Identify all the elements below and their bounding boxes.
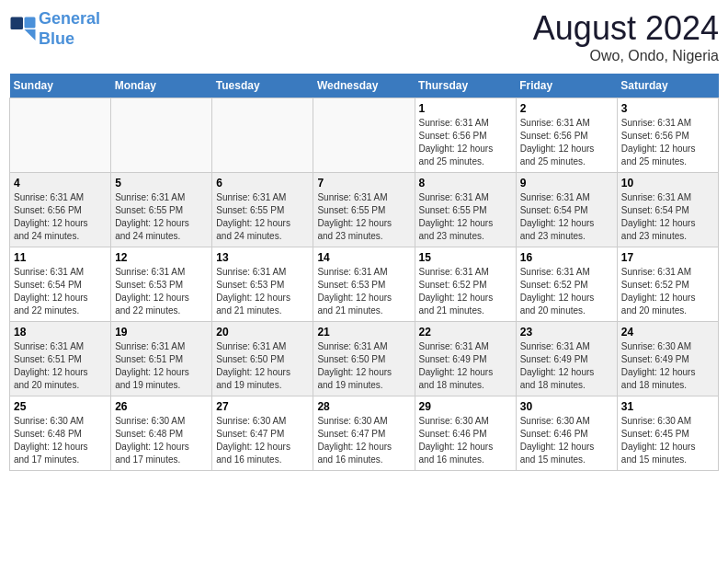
calendar-cell: 31Sunrise: 6:30 AMSunset: 6:45 PMDayligh… xyxy=(617,396,718,471)
day-number: 20 xyxy=(216,326,309,339)
day-number: 8 xyxy=(419,177,512,190)
day-number: 13 xyxy=(216,251,309,264)
title-block: August 2024 Owo, Ondo, Nigeria xyxy=(533,9,719,64)
calendar-cell: 1Sunrise: 6:31 AMSunset: 6:56 PMDaylight… xyxy=(415,98,516,173)
calendar-cell xyxy=(212,98,313,173)
calendar-week-row: 11Sunrise: 6:31 AMSunset: 6:54 PMDayligh… xyxy=(10,247,719,322)
weekday-header: Tuesday xyxy=(212,74,313,98)
calendar-cell: 23Sunrise: 6:31 AMSunset: 6:49 PMDayligh… xyxy=(516,322,617,396)
weekday-header: Sunday xyxy=(10,74,111,98)
day-number: 9 xyxy=(520,177,613,190)
day-number: 14 xyxy=(317,251,410,264)
day-number: 16 xyxy=(520,251,613,264)
day-info: Sunrise: 6:30 AMSunset: 6:46 PMDaylight:… xyxy=(520,415,613,466)
day-number: 27 xyxy=(216,400,309,413)
day-number: 7 xyxy=(317,177,410,190)
day-number: 3 xyxy=(621,102,714,115)
day-number: 29 xyxy=(419,400,512,413)
svg-rect-0 xyxy=(11,17,24,29)
logo-text: General Blue xyxy=(39,9,100,49)
calendar-cell: 19Sunrise: 6:31 AMSunset: 6:51 PMDayligh… xyxy=(111,322,212,396)
calendar-cell: 2Sunrise: 6:31 AMSunset: 6:56 PMDaylight… xyxy=(516,98,617,173)
calendar-cell: 18Sunrise: 6:31 AMSunset: 6:51 PMDayligh… xyxy=(10,322,111,396)
day-info: Sunrise: 6:31 AMSunset: 6:53 PMDaylight:… xyxy=(216,266,309,317)
day-info: Sunrise: 6:31 AMSunset: 6:49 PMDaylight:… xyxy=(520,340,613,392)
calendar-cell: 14Sunrise: 6:31 AMSunset: 6:53 PMDayligh… xyxy=(313,247,415,322)
weekday-header: Saturday xyxy=(617,74,718,98)
day-info: Sunrise: 6:30 AMSunset: 6:46 PMDaylight:… xyxy=(419,415,512,466)
calendar-cell: 20Sunrise: 6:31 AMSunset: 6:50 PMDayligh… xyxy=(212,322,313,396)
calendar-cell xyxy=(313,98,415,173)
calendar-week-row: 4Sunrise: 6:31 AMSunset: 6:56 PMDaylight… xyxy=(10,173,719,247)
day-number: 5 xyxy=(115,177,208,190)
day-info: Sunrise: 6:31 AMSunset: 6:55 PMDaylight:… xyxy=(419,191,512,243)
day-number: 19 xyxy=(115,326,208,339)
day-number: 28 xyxy=(317,400,410,413)
weekday-header: Wednesday xyxy=(313,74,415,98)
calendar-cell: 22Sunrise: 6:31 AMSunset: 6:49 PMDayligh… xyxy=(415,322,516,396)
calendar-cell: 28Sunrise: 6:30 AMSunset: 6:47 PMDayligh… xyxy=(313,396,415,471)
day-number: 22 xyxy=(419,326,512,339)
day-info: Sunrise: 6:31 AMSunset: 6:52 PMDaylight:… xyxy=(419,266,512,317)
day-info: Sunrise: 6:30 AMSunset: 6:49 PMDaylight:… xyxy=(621,340,714,392)
day-info: Sunrise: 6:31 AMSunset: 6:50 PMDaylight:… xyxy=(317,340,410,392)
day-number: 4 xyxy=(14,177,107,190)
calendar-cell: 25Sunrise: 6:30 AMSunset: 6:48 PMDayligh… xyxy=(10,396,111,471)
svg-marker-2 xyxy=(25,29,36,40)
day-info: Sunrise: 6:31 AMSunset: 6:54 PMDaylight:… xyxy=(621,191,714,243)
calendar-cell: 13Sunrise: 6:31 AMSunset: 6:53 PMDayligh… xyxy=(212,247,313,322)
day-number: 30 xyxy=(520,400,613,413)
day-number: 31 xyxy=(621,400,714,413)
day-number: 1 xyxy=(419,102,512,115)
day-info: Sunrise: 6:31 AMSunset: 6:55 PMDaylight:… xyxy=(317,191,410,243)
calendar-cell xyxy=(111,98,212,173)
calendar-cell: 17Sunrise: 6:31 AMSunset: 6:52 PMDayligh… xyxy=(617,247,718,322)
day-info: Sunrise: 6:31 AMSunset: 6:55 PMDaylight:… xyxy=(216,191,309,243)
day-number: 21 xyxy=(317,326,410,339)
calendar-cell: 12Sunrise: 6:31 AMSunset: 6:53 PMDayligh… xyxy=(111,247,212,322)
day-number: 18 xyxy=(14,326,107,339)
calendar-cell: 30Sunrise: 6:30 AMSunset: 6:46 PMDayligh… xyxy=(516,396,617,471)
day-number: 25 xyxy=(14,400,107,413)
calendar-cell: 4Sunrise: 6:31 AMSunset: 6:56 PMDaylight… xyxy=(10,173,111,247)
weekday-header: Monday xyxy=(111,74,212,98)
calendar-cell: 27Sunrise: 6:30 AMSunset: 6:47 PMDayligh… xyxy=(212,396,313,471)
calendar-cell: 21Sunrise: 6:31 AMSunset: 6:50 PMDayligh… xyxy=(313,322,415,396)
calendar-week-row: 1Sunrise: 6:31 AMSunset: 6:56 PMDaylight… xyxy=(10,98,719,173)
day-number: 11 xyxy=(14,251,107,264)
day-number: 6 xyxy=(216,177,309,190)
day-info: Sunrise: 6:31 AMSunset: 6:52 PMDaylight:… xyxy=(621,266,714,317)
day-info: Sunrise: 6:31 AMSunset: 6:56 PMDaylight:… xyxy=(520,117,613,168)
day-number: 12 xyxy=(115,251,208,264)
logo-icon xyxy=(9,16,37,43)
weekday-header: Friday xyxy=(516,74,617,98)
svg-rect-1 xyxy=(25,17,36,28)
day-info: Sunrise: 6:30 AMSunset: 6:47 PMDaylight:… xyxy=(317,415,410,466)
calendar-cell: 3Sunrise: 6:31 AMSunset: 6:56 PMDaylight… xyxy=(617,98,718,173)
logo-general: General xyxy=(39,9,100,28)
calendar-week-row: 25Sunrise: 6:30 AMSunset: 6:48 PMDayligh… xyxy=(10,396,719,471)
day-info: Sunrise: 6:31 AMSunset: 6:56 PMDaylight:… xyxy=(14,191,107,243)
calendar-cell: 5Sunrise: 6:31 AMSunset: 6:55 PMDaylight… xyxy=(111,173,212,247)
calendar-cell: 26Sunrise: 6:30 AMSunset: 6:48 PMDayligh… xyxy=(111,396,212,471)
day-info: Sunrise: 6:31 AMSunset: 6:51 PMDaylight:… xyxy=(14,340,107,392)
day-info: Sunrise: 6:30 AMSunset: 6:48 PMDaylight:… xyxy=(14,415,107,466)
day-number: 15 xyxy=(419,251,512,264)
calendar-cell: 7Sunrise: 6:31 AMSunset: 6:55 PMDaylight… xyxy=(313,173,415,247)
day-number: 10 xyxy=(621,177,714,190)
calendar-cell: 24Sunrise: 6:30 AMSunset: 6:49 PMDayligh… xyxy=(617,322,718,396)
day-info: Sunrise: 6:30 AMSunset: 6:45 PMDaylight:… xyxy=(621,415,714,466)
day-info: Sunrise: 6:31 AMSunset: 6:56 PMDaylight:… xyxy=(419,117,512,168)
calendar-table: SundayMondayTuesdayWednesdayThursdayFrid… xyxy=(9,74,719,471)
day-number: 24 xyxy=(621,326,714,339)
calendar-cell xyxy=(10,98,111,173)
calendar-cell: 15Sunrise: 6:31 AMSunset: 6:52 PMDayligh… xyxy=(415,247,516,322)
calendar-cell: 9Sunrise: 6:31 AMSunset: 6:54 PMDaylight… xyxy=(516,173,617,247)
day-number: 26 xyxy=(115,400,208,413)
logo: General Blue xyxy=(9,9,100,49)
calendar-cell: 29Sunrise: 6:30 AMSunset: 6:46 PMDayligh… xyxy=(415,396,516,471)
calendar-header-row: SundayMondayTuesdayWednesdayThursdayFrid… xyxy=(10,74,719,98)
day-info: Sunrise: 6:31 AMSunset: 6:54 PMDaylight:… xyxy=(520,191,613,243)
day-number: 17 xyxy=(621,251,714,264)
calendar-cell: 10Sunrise: 6:31 AMSunset: 6:54 PMDayligh… xyxy=(617,173,718,247)
